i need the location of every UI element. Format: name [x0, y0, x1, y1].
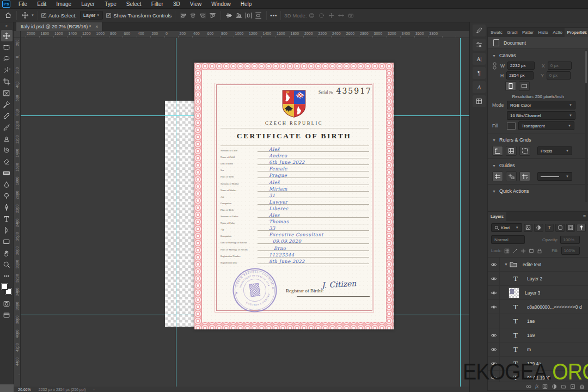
menu-filter[interactable]: Filter	[146, 0, 168, 9]
menu-view[interactable]: View	[185, 0, 207, 9]
lock-position-icon[interactable]	[520, 248, 526, 254]
text-layer-thumbnail[interactable]: T	[510, 317, 522, 326]
layer-visibility-eye-icon[interactable]	[488, 272, 500, 286]
toggle-grid-button[interactable]	[506, 146, 517, 156]
menu-layer[interactable]: Layer	[76, 0, 100, 9]
close-tab-icon[interactable]: ×	[95, 24, 98, 29]
glyphs-panel-icon[interactable]: A	[473, 81, 486, 93]
birth-certificate-document[interactable]: Serial № 435917	[194, 63, 394, 329]
tab-patter[interactable]: Patter	[519, 28, 536, 37]
vertical-guide[interactable]	[176, 38, 176, 387]
align-bottom-edges-icon[interactable]	[235, 12, 242, 19]
color-mode-dropdown[interactable]: RGB Color▼	[507, 101, 575, 109]
move-tool-icon[interactable]	[20, 10, 30, 20]
quick-mask-button[interactable]	[1, 298, 13, 309]
menu-select[interactable]: Select	[121, 0, 146, 9]
layer-name[interactable]: m	[527, 347, 531, 352]
layer-name[interactable]: Layer 3	[525, 290, 540, 296]
layer-name[interactable]: 1ae	[527, 318, 535, 324]
lock-pixels-icon[interactable]	[512, 248, 518, 254]
menu-3d[interactable]: 3D	[168, 0, 185, 9]
ruler-origin-corner[interactable]	[14, 31, 21, 38]
menu-help[interactable]: Help	[236, 0, 257, 9]
paragraph-panel-icon[interactable]: ¶	[473, 67, 486, 79]
new-layer-icon[interactable]	[570, 384, 575, 389]
fill-swatch[interactable]	[507, 122, 516, 130]
rulers-grids-section-header[interactable]: ▼Rulers & Grids	[488, 133, 588, 144]
dodge-tool[interactable]	[1, 190, 13, 201]
layer-row-text[interactable]: Tm	[488, 342, 588, 357]
layer-visibility-eye-icon[interactable]	[488, 328, 500, 342]
layer-row-image[interactable]: Layer 3	[488, 286, 588, 300]
link-layers-icon[interactable]	[526, 384, 531, 389]
align-top-edges-icon[interactable]	[209, 12, 216, 19]
lock-all-icon[interactable]	[537, 248, 542, 254]
layer-row-group[interactable]: ▼edite text	[488, 258, 588, 272]
libraries-panel-icon[interactable]	[473, 95, 486, 107]
layer-thumbnail[interactable]	[509, 287, 519, 298]
panel-menu-icon[interactable]: ≡	[583, 213, 586, 219]
status-chevron-icon[interactable]: ›	[94, 388, 95, 391]
layers-tab[interactable]: Layers	[488, 212, 506, 221]
filter-toggle-icon[interactable]	[577, 224, 586, 232]
text-layer-thumbnail[interactable]: T	[510, 303, 522, 311]
panel-scrollbar[interactable]	[585, 50, 587, 202]
layer-row-text[interactable]: T169	[488, 328, 588, 342]
crop-tool[interactable]	[1, 76, 13, 87]
eyedropper-tool[interactable]	[1, 99, 13, 110]
layer-visibility-eye-icon[interactable]	[488, 342, 500, 357]
rectangular-marquee-tool[interactable]	[1, 41, 13, 53]
canvas-viewport[interactable]: Serial № 435917	[21, 38, 469, 387]
filter-type-layers-icon[interactable]: T	[545, 224, 554, 232]
chevron-down-icon[interactable]: ▼	[31, 14, 34, 17]
gradient-tool[interactable]	[1, 167, 13, 179]
auto-select-checkbox[interactable]: ✓	[41, 13, 46, 18]
screen-mode-button[interactable]	[1, 309, 13, 321]
canvas-section-header[interactable]: ▼Canvas	[488, 49, 588, 60]
history-brush-tool[interactable]	[1, 144, 13, 156]
layer-visibility-eye-icon[interactable]	[488, 300, 500, 314]
ruler-units-dropdown[interactable]: Pixels▼	[537, 146, 572, 155]
foreground-color-swatch[interactable]	[2, 284, 8, 290]
eraser-tool[interactable]	[1, 156, 13, 167]
canvas-fill-dropdown[interactable]: Transparent▼	[518, 121, 574, 130]
frame-tool[interactable]	[1, 87, 13, 99]
layer-name[interactable]: edite text	[523, 262, 542, 267]
layer-name[interactable]: c8a000000...<<<<<<<<0 d	[527, 304, 582, 310]
group-expand-caret[interactable]: ▼	[504, 262, 508, 266]
brush-settings-panel-icon[interactable]	[473, 24, 486, 36]
canvas-width-input[interactable]: 2232 px	[507, 62, 535, 70]
layer-row-text[interactable]: Tc8a000000...<<<<<<<<0 d	[488, 300, 588, 314]
horizontal-ruler[interactable]: 2000180016001400120010008006004002000200…	[21, 31, 469, 38]
rectangle-tool[interactable]	[1, 236, 13, 247]
menu-file[interactable]: File	[14, 0, 32, 9]
align-horizontal-centers-icon[interactable]	[189, 12, 197, 19]
guides-section-header[interactable]: ▼Guides	[488, 158, 588, 170]
filter-pixel-layers-icon[interactable]	[524, 224, 533, 232]
toggle-guides-button[interactable]	[492, 171, 503, 181]
blur-tool[interactable]	[1, 179, 13, 190]
menu-edit[interactable]: Edit	[32, 0, 51, 9]
zoom-tool[interactable]	[1, 259, 13, 270]
toggle-pixel-grid-button[interactable]	[519, 146, 530, 156]
document-tab[interactable]: Italy id.psd @ 20.7% (RGB/16) * ×	[16, 22, 103, 31]
align-right-edges-icon[interactable]	[199, 12, 206, 19]
edit-guides-button[interactable]	[519, 171, 530, 181]
pen-tool[interactable]	[1, 201, 13, 213]
character-panel-icon[interactable]: A|	[473, 53, 486, 65]
vertical-ruler[interactable]: 2000200400600800100012001400160018002000…	[14, 38, 21, 387]
hand-tool[interactable]	[1, 247, 13, 259]
zoom-level[interactable]: 20.66%	[18, 388, 31, 391]
color-swatches[interactable]	[2, 284, 11, 295]
align-left-edges-icon[interactable]	[180, 12, 187, 19]
layer-row-text[interactable]: T1ae	[488, 314, 588, 328]
layer-name[interactable]: Layer 2	[527, 276, 542, 281]
delete-layer-icon[interactable]	[579, 384, 585, 389]
lock-artboard-icon[interactable]	[529, 248, 534, 254]
object-selection-tool[interactable]	[1, 64, 13, 76]
type-tool[interactable]	[1, 213, 13, 224]
text-layer-thumbnail[interactable]: T	[510, 274, 522, 283]
vertical-guide[interactable]	[460, 38, 461, 387]
canvas-height-input[interactable]: 2854 px	[506, 71, 534, 79]
text-layer-thumbnail[interactable]: T	[510, 331, 522, 340]
